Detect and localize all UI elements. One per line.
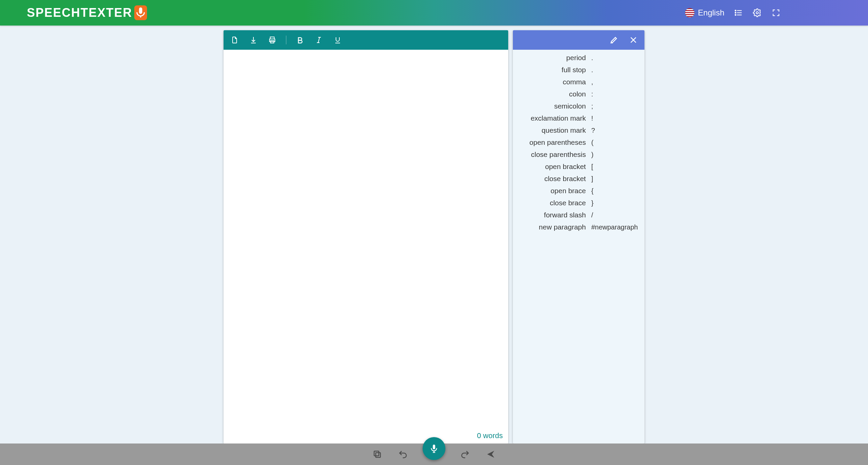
- command-name: exclamation mark: [517, 114, 588, 122]
- redo-button[interactable]: [460, 448, 471, 460]
- bottom-bar: [0, 443, 868, 465]
- close-commands-button[interactable]: [629, 36, 638, 45]
- command-row[interactable]: full stop.: [516, 64, 642, 76]
- command-row[interactable]: open parentheses(: [516, 137, 642, 148]
- command-row[interactable]: open brace{: [516, 185, 642, 197]
- command-symbol: ;: [588, 103, 641, 110]
- toolbar-divider: [286, 36, 286, 45]
- command-symbol: #newparagraph: [588, 224, 641, 231]
- language-selector[interactable]: English: [685, 8, 724, 18]
- send-button[interactable]: [485, 448, 496, 460]
- copy-button[interactable]: [372, 448, 383, 460]
- command-row[interactable]: open bracket[: [516, 161, 642, 173]
- download-button[interactable]: [248, 35, 258, 45]
- command-name: close bracket: [517, 175, 588, 183]
- svg-rect-17: [374, 451, 379, 456]
- svg-point-4: [735, 14, 736, 16]
- command-row[interactable]: new paragraph#newparagraph: [516, 221, 642, 233]
- command-symbol: }: [588, 199, 641, 207]
- command-name: new paragraph: [517, 223, 588, 231]
- command-symbol: {: [588, 187, 641, 195]
- header-right: English: [685, 8, 841, 18]
- print-button[interactable]: [267, 35, 277, 45]
- settings-icon[interactable]: [752, 8, 762, 18]
- command-row[interactable]: forward slash/: [516, 209, 642, 221]
- command-name: open parentheses: [517, 139, 588, 146]
- command-symbol: :: [588, 90, 641, 98]
- new-file-button[interactable]: [229, 35, 240, 45]
- command-name: question mark: [517, 126, 588, 135]
- logo-mic-icon: [134, 5, 147, 20]
- command-symbol: (: [588, 139, 641, 146]
- editor-textarea[interactable]: [223, 50, 508, 443]
- command-row[interactable]: semicolon;: [516, 100, 642, 112]
- fullscreen-icon[interactable]: [771, 8, 781, 18]
- svg-point-6: [756, 12, 758, 14]
- command-row[interactable]: period.: [516, 52, 642, 64]
- command-row[interactable]: exclamation mark!: [516, 112, 642, 124]
- command-name: close brace: [517, 199, 588, 207]
- command-name: open bracket: [517, 163, 588, 171]
- command-symbol: ]: [588, 175, 641, 183]
- flag-us-icon: [685, 8, 694, 18]
- svg-line-12: [318, 37, 319, 43]
- editor-panel: 0 words: [223, 30, 508, 443]
- command-name: period: [517, 54, 588, 62]
- command-row[interactable]: question mark?: [516, 124, 642, 137]
- command-symbol: .: [588, 66, 641, 74]
- main-area: 0 words period.full stop.comma,colon:sem…: [0, 30, 868, 443]
- command-symbol: ?: [588, 127, 641, 135]
- language-label: English: [698, 8, 724, 18]
- svg-point-0: [735, 10, 736, 11]
- commands-list[interactable]: period.full stop.comma,colon:semicolon;e…: [513, 50, 645, 443]
- command-name: close parenthesis: [517, 150, 588, 158]
- commands-header: [513, 30, 645, 50]
- command-name: open brace: [517, 187, 588, 195]
- brand-text: SPEECHTEXTER: [27, 6, 132, 20]
- command-symbol: .: [588, 54, 641, 62]
- editor-toolbar: [223, 30, 508, 50]
- command-name: full stop: [517, 66, 588, 74]
- command-name: colon: [517, 90, 588, 98]
- svg-rect-16: [376, 453, 380, 457]
- command-symbol: [: [588, 163, 641, 171]
- command-row[interactable]: close bracket]: [516, 173, 642, 185]
- command-row[interactable]: close brace}: [516, 197, 642, 209]
- command-symbol: ,: [588, 78, 641, 86]
- commands-panel: period.full stop.comma,colon:semicolon;e…: [513, 30, 645, 443]
- undo-button[interactable]: [397, 448, 408, 460]
- editor-body: 0 words: [223, 50, 508, 443]
- command-row[interactable]: comma,: [516, 76, 642, 88]
- app-logo[interactable]: SPEECHTEXTER: [27, 5, 147, 20]
- command-name: semicolon: [517, 102, 588, 110]
- command-symbol: ): [588, 151, 641, 158]
- bold-button[interactable]: [295, 35, 305, 45]
- word-count: 0 words: [477, 431, 503, 440]
- command-name: forward slash: [517, 211, 588, 219]
- underline-button[interactable]: [333, 35, 343, 45]
- edit-commands-button[interactable]: [610, 36, 618, 45]
- command-row[interactable]: colon:: [516, 88, 642, 100]
- italic-button[interactable]: [314, 35, 324, 45]
- command-symbol: /: [588, 211, 641, 219]
- svg-point-2: [735, 12, 736, 13]
- list-icon[interactable]: [734, 8, 743, 18]
- command-name: comma: [517, 78, 588, 86]
- app-header: SPEECHTEXTER English: [0, 0, 868, 26]
- command-symbol: !: [588, 115, 641, 122]
- mic-record-button[interactable]: [423, 437, 445, 460]
- command-row[interactable]: close parenthesis): [516, 148, 642, 161]
